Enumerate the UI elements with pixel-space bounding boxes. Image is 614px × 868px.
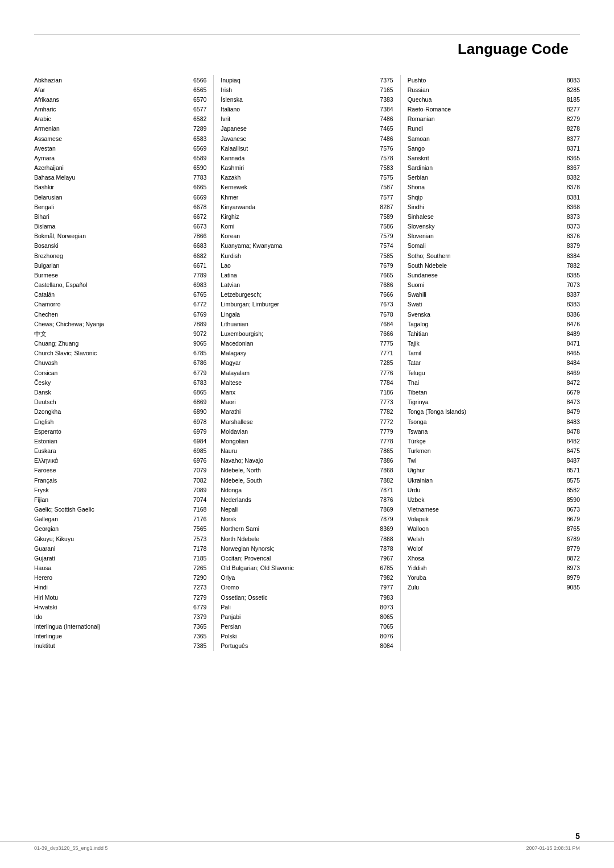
table-row: Ndebele, South7882 <box>221 475 393 485</box>
table-row: Magyar7285 <box>221 358 393 368</box>
language-name: Gujarati <box>34 554 188 562</box>
language-name: Tagalog <box>408 320 562 328</box>
language-name: Malayalam <box>221 369 375 377</box>
language-name: Russian <box>408 86 562 94</box>
table-row: South Ndebele7882 <box>408 260 580 270</box>
table-row: Tatar8484 <box>408 358 580 368</box>
language-code: 7586 <box>375 222 393 230</box>
language-code: 8673 <box>562 505 580 513</box>
table-row: Marathi7782 <box>221 407 393 417</box>
page-title: Language Code <box>34 40 580 58</box>
table-row: Pali8073 <box>221 602 393 612</box>
language-name: Tonga (Tonga Islands) <box>408 408 562 416</box>
language-code: 8779 <box>562 545 580 553</box>
language-name: Khmer <box>221 193 375 201</box>
language-name: Yoruba <box>408 574 562 582</box>
table-row: Russian8285 <box>408 85 580 94</box>
language-code: 8185 <box>562 95 580 103</box>
table-row: Walloon8765 <box>408 524 580 534</box>
language-code: 8387 <box>562 290 580 298</box>
table-row: Português8084 <box>221 641 393 651</box>
language-name: Kazakh <box>221 173 375 181</box>
table-row: Uighur8571 <box>408 466 580 475</box>
language-code: 8378 <box>562 183 580 191</box>
language-name: Northern Sami <box>221 525 375 533</box>
language-code: 8285 <box>562 86 580 94</box>
language-code: 8076 <box>375 632 393 640</box>
language-name: Gallegan <box>34 515 188 523</box>
table-row: Sindhi8368 <box>408 202 580 211</box>
language-name: Tamil <box>408 349 562 357</box>
table-row: Corsican6779 <box>34 368 206 377</box>
language-code: 7385 <box>188 642 206 650</box>
language-code: 6765 <box>188 290 206 298</box>
table-row: Tswana8478 <box>408 426 580 436</box>
language-name: Sinhalese <box>408 213 562 221</box>
language-code: 7982 <box>375 574 393 582</box>
table-row: Azerhaijani6590 <box>34 163 206 173</box>
language-name: Xhosa <box>408 554 562 562</box>
table-row: Shqip8381 <box>408 192 580 202</box>
table-row: Ndonga7871 <box>221 485 393 495</box>
language-name: Arabic <box>34 115 188 123</box>
language-name: Irish <box>221 86 375 94</box>
language-code: 7686 <box>375 281 393 289</box>
table-row: Afrikaans6570 <box>34 94 206 104</box>
language-code: 8083 <box>562 76 580 84</box>
table-row: Church Slavic; Slavonic6785 <box>34 348 206 358</box>
table-row: Urdu8582 <box>408 485 580 495</box>
language-code: 8484 <box>562 359 580 367</box>
language-code: 6590 <box>188 164 206 172</box>
language-name: Catalán <box>34 290 188 298</box>
language-code: 7176 <box>188 515 206 523</box>
language-name: Hausa <box>34 564 188 572</box>
language-code: 8465 <box>562 349 580 357</box>
language-code: 6865 <box>188 388 206 396</box>
language-code: 7265 <box>188 564 206 572</box>
language-code: 7575 <box>375 173 393 181</box>
language-name: Macedonian <box>221 339 375 347</box>
table-row: Uzbek8590 <box>408 495 580 504</box>
table-row: Kernewek7587 <box>221 182 393 192</box>
table-row: English6978 <box>34 417 206 426</box>
language-name: Lingala <box>221 310 375 318</box>
language-code: 6672 <box>188 213 206 221</box>
language-name: Castellano, Español <box>34 281 188 289</box>
language-code: 8382 <box>562 173 580 181</box>
table-row: Serbian8382 <box>408 173 580 182</box>
language-code: 8489 <box>562 330 580 338</box>
language-code: 8469 <box>562 369 580 377</box>
table-row: Chamorro6772 <box>34 300 206 309</box>
language-name: Português <box>221 642 375 650</box>
table-row: Samoan8377 <box>408 134 580 143</box>
language-name: Abkhazian <box>34 76 188 84</box>
language-code: 6682 <box>188 252 206 260</box>
table-row: Norwegian Nynorsk;7878 <box>221 543 393 553</box>
table-row: Esperanto6979 <box>34 426 206 436</box>
language-code: 7365 <box>188 622 206 630</box>
table-row: Bislama6673 <box>34 222 206 231</box>
language-name: Church Slavic; Slavonic <box>34 349 188 357</box>
table-row: Raeto-Romance8277 <box>408 105 580 114</box>
table-row: Norsk7879 <box>221 514 393 524</box>
table-row: Deutsch6869 <box>34 397 206 407</box>
table-row: Catalán6765 <box>34 290 206 300</box>
column-2: Inupiaq7375Irish7165Íslenska7383Italiano… <box>216 75 397 651</box>
language-name: Latvian <box>221 281 375 289</box>
language-name: Luxembourgish; <box>221 330 375 338</box>
table-row: Korean7579 <box>221 231 393 241</box>
language-code: 7279 <box>188 593 206 601</box>
table-row: Suomi7073 <box>408 280 580 290</box>
language-name: Nauru <box>221 447 375 455</box>
table-row: Ido7379 <box>34 612 206 621</box>
language-code: 7889 <box>188 320 206 328</box>
language-name: Hrwatski <box>34 603 188 611</box>
language-code: 8383 <box>562 300 580 308</box>
language-code: 7776 <box>375 369 393 377</box>
language-name: Raeto-Romance <box>408 105 562 113</box>
language-code: 6577 <box>188 105 206 113</box>
table-row: Khmer7577 <box>221 192 393 202</box>
language-code: 8473 <box>562 398 580 406</box>
language-name: Komi <box>221 222 375 230</box>
table-row: Slovensky8373 <box>408 222 580 231</box>
